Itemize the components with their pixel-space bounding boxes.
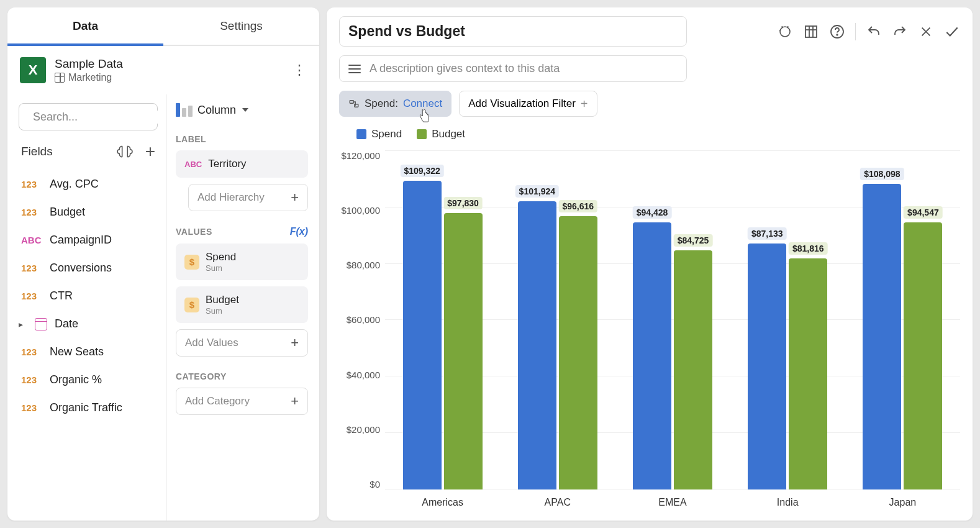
- field-name-label: Organic %: [50, 373, 102, 386]
- explore-icon[interactable]: [777, 24, 793, 40]
- bar-budget[interactable]: $94,547: [904, 222, 942, 489]
- field-item[interactable]: 123Avg. CPC: [19, 170, 158, 198]
- datasource-header: X Sample Data Marketing ⋮: [7, 46, 319, 94]
- bar-spend[interactable]: $87,133: [748, 244, 786, 489]
- swatch-green: [417, 129, 427, 139]
- field-item[interactable]: 123New Seats: [19, 338, 158, 366]
- bar-budget[interactable]: $84,725: [674, 250, 712, 489]
- add-hierarchy-button[interactable]: Add Hierarchy +: [188, 184, 308, 211]
- bar-value-label: $81,816: [789, 242, 828, 255]
- bar-value-label: $97,830: [443, 197, 483, 209]
- y-tick-label: $120,000: [339, 150, 380, 161]
- legend-item-spend[interactable]: Spend: [356, 128, 402, 140]
- bar-value-label: $94,428: [633, 206, 672, 219]
- tab-settings[interactable]: Settings: [163, 7, 319, 45]
- chart-title-input[interactable]: [339, 16, 687, 47]
- legend-label: Budget: [432, 128, 465, 140]
- field-item[interactable]: 123Budget: [19, 198, 158, 226]
- datasource-table: Marketing: [68, 72, 112, 83]
- plus-icon: +: [581, 98, 588, 110]
- datasource-name: Sample Data: [55, 57, 283, 71]
- field-name-label: CampaignID: [50, 234, 112, 247]
- field-item[interactable]: 123CTR: [19, 282, 158, 310]
- chart-area: $120,000$100,000$80,000$60,000$40,000$20…: [339, 145, 960, 512]
- add-category-label: Add Category: [185, 395, 250, 407]
- toolbar: [777, 23, 960, 40]
- fx-button[interactable]: F(x): [290, 226, 308, 237]
- abc-type-icon: ABC: [184, 160, 202, 169]
- field-item[interactable]: 123Organic %: [19, 366, 158, 394]
- y-tick-label: $0: [339, 479, 380, 489]
- value-pill-spend[interactable]: $ Spend Sum: [176, 244, 308, 280]
- add-filter-button[interactable]: Add Visualization Filter +: [459, 91, 597, 117]
- datasource-menu-icon[interactable]: ⋮: [292, 62, 307, 78]
- add-filter-label: Add Visualization Filter: [468, 98, 576, 110]
- value-pill-agg: Sum: [206, 263, 236, 273]
- separator: [855, 23, 856, 40]
- search-input-wrap[interactable]: [19, 103, 158, 130]
- category-label: India: [730, 497, 845, 508]
- section-label: LABEL: [176, 134, 308, 144]
- chart-type-selector[interactable]: Column: [176, 103, 308, 117]
- y-tick-label: $40,000: [339, 370, 380, 380]
- bar-spend[interactable]: $101,924: [518, 201, 556, 489]
- field-item[interactable]: ▸Date: [19, 310, 158, 338]
- bar-value-label: $108,098: [860, 168, 904, 180]
- bar-budget[interactable]: $96,616: [559, 216, 597, 489]
- bar-spend[interactable]: $94,428: [633, 222, 671, 489]
- numeric-type-icon: 123: [21, 263, 42, 273]
- fields-heading: Fields: [21, 145, 53, 158]
- bar-budget[interactable]: $97,830: [444, 213, 483, 489]
- connect-filter-pill[interactable]: Spend: Connect: [339, 91, 451, 117]
- add-field-icon[interactable]: +: [145, 143, 155, 160]
- bar-spend[interactable]: $108,098: [863, 184, 901, 489]
- numeric-type-icon: 123: [21, 291, 42, 301]
- currency-icon: $: [184, 255, 199, 270]
- numeric-type-icon: 123: [21, 179, 42, 189]
- field-name-label: CTR: [50, 289, 73, 303]
- value-pill-budget[interactable]: $ Budget Sum: [176, 286, 308, 323]
- field-item[interactable]: ABCCampaignID: [19, 226, 158, 254]
- chart-category: $101,924$96,616APAC: [500, 150, 615, 512]
- value-pill-name: Budget: [206, 294, 239, 306]
- add-values-button[interactable]: Add Values +: [176, 329, 308, 357]
- field-item[interactable]: 123Organic Traffic: [19, 394, 158, 422]
- description-input[interactable]: [370, 62, 678, 75]
- y-axis: $120,000$100,000$80,000$60,000$40,000$20…: [339, 145, 385, 512]
- y-tick-label: $60,000: [339, 314, 380, 325]
- plus-icon: +: [291, 394, 299, 408]
- field-item[interactable]: 123Conversions: [19, 254, 158, 282]
- undo-icon[interactable]: [866, 24, 882, 40]
- svg-point-2: [780, 27, 790, 37]
- y-tick-label: $80,000: [339, 260, 380, 270]
- field-name-label: Budget: [50, 206, 85, 219]
- grid-view-icon[interactable]: [803, 24, 819, 40]
- expand-chevron-icon[interactable]: ▸: [19, 319, 26, 329]
- numeric-type-icon: 123: [21, 375, 42, 385]
- ai-suggest-icon[interactable]: [117, 143, 133, 160]
- chart-category: $94,428$84,725EMEA: [615, 150, 730, 512]
- numeric-type-icon: 123: [21, 207, 42, 217]
- link-icon: [348, 98, 360, 109]
- bar-budget[interactable]: $81,816: [789, 258, 827, 489]
- text-type-icon: ABC: [21, 235, 42, 245]
- label-pill-territory[interactable]: ABC Territory: [176, 150, 308, 178]
- help-icon[interactable]: [829, 24, 845, 40]
- plus-icon: +: [291, 336, 299, 350]
- description-input-wrap[interactable]: [339, 55, 687, 82]
- tab-data[interactable]: Data: [7, 7, 163, 45]
- chart-type-label: Column: [197, 104, 236, 117]
- search-input[interactable]: [33, 111, 166, 124]
- confirm-icon[interactable]: [944, 24, 960, 40]
- swatch-blue: [356, 129, 366, 139]
- right-panel: Spend: Connect Add Visualization Filter …: [327, 7, 973, 521]
- redo-icon[interactable]: [892, 24, 908, 40]
- bar-value-label: $96,616: [558, 200, 597, 212]
- legend-item-budget[interactable]: Budget: [417, 128, 465, 140]
- close-icon[interactable]: [918, 24, 934, 40]
- add-category-button[interactable]: Add Category +: [176, 388, 308, 415]
- bar-spend[interactable]: $109,322: [403, 181, 442, 489]
- tabs: Data Settings: [7, 7, 319, 46]
- plus-icon: +: [291, 191, 299, 204]
- bar-value-label: $84,725: [674, 234, 713, 247]
